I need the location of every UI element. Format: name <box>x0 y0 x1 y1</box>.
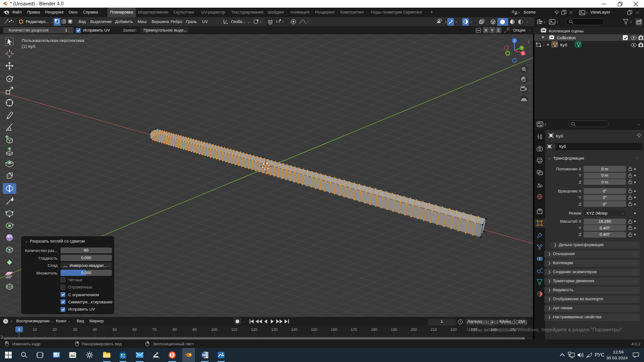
svg-text:170: 170 <box>351 327 357 332</box>
svg-text:210: 210 <box>431 327 437 332</box>
svg-text:200: 200 <box>411 327 417 332</box>
svg-text:250: 250 <box>510 327 517 332</box>
svg-text:190: 190 <box>391 327 397 332</box>
svg-text:140: 140 <box>291 327 297 332</box>
svg-text:230: 230 <box>471 327 477 332</box>
svg-text:Z: Z <box>514 39 516 43</box>
svg-text:10: 10 <box>32 327 37 332</box>
svg-text:180: 180 <box>371 327 377 332</box>
svg-text:100: 100 <box>211 327 218 332</box>
svg-text:150: 150 <box>311 327 317 332</box>
svg-text:120: 120 <box>251 327 257 332</box>
svg-text:240: 240 <box>491 327 497 332</box>
svg-text:50: 50 <box>112 327 117 332</box>
svg-text:X: X <box>522 51 524 55</box>
svg-text:130: 130 <box>271 327 278 332</box>
svg-text:70: 70 <box>152 327 157 332</box>
svg-text:30: 30 <box>73 327 77 332</box>
svg-text:60: 60 <box>132 327 137 332</box>
svg-text:40: 40 <box>93 327 97 332</box>
svg-text:Y: Y <box>520 46 523 50</box>
svg-text:90: 90 <box>192 327 197 332</box>
svg-text:20: 20 <box>52 327 57 332</box>
svg-text:80: 80 <box>172 327 177 332</box>
svg-text:220: 220 <box>450 327 457 332</box>
svg-text:160: 160 <box>331 327 337 332</box>
svg-text:110: 110 <box>231 327 237 332</box>
